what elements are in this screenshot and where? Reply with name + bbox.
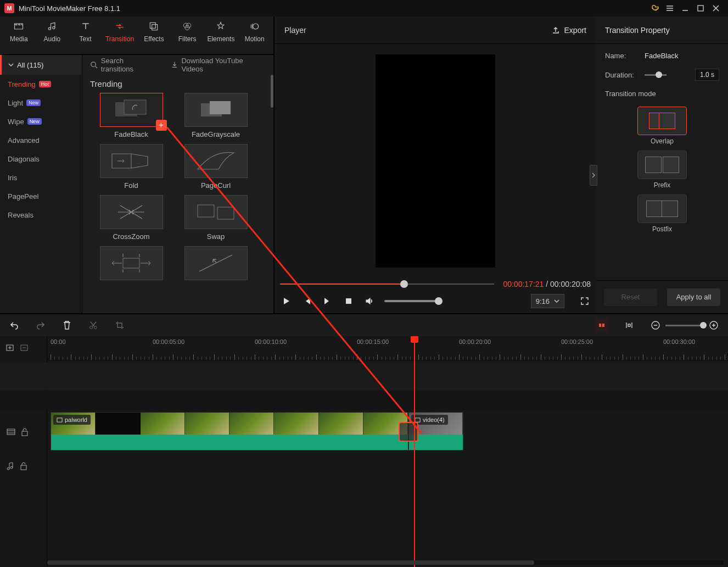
category-all[interactable]: All (115) [0,55,82,75]
category-wipe[interactable]: Wipe New [0,112,82,131]
zoom-out-button[interactable] [650,320,661,331]
maximize-button[interactable] [693,1,708,16]
timeline-scrollbar[interactable] [47,560,724,565]
category-pagepeel[interactable]: PagePeel [0,187,82,205]
ribbon-label: Text [80,35,92,43]
expand-tab[interactable] [590,165,597,186]
mode-postfix[interactable] [637,194,687,223]
unlock-icon[interactable] [21,427,29,436]
volume-slider[interactable] [384,300,439,302]
aspect-ratio-select[interactable]: 9:16 [531,294,564,308]
empty-track[interactable] [0,391,728,410]
search-transitions[interactable]: Search transitions [90,57,158,73]
ribbon-effects[interactable]: Effects [141,21,167,54]
thumb-label: Swap [207,232,225,241]
ribbon-motion[interactable]: Motion [241,21,268,54]
transition-item[interactable] [175,246,257,284]
category-diagonals[interactable]: Diagonals [0,149,82,168]
svg-rect-13 [198,205,214,217]
export-button[interactable]: Export [551,26,586,35]
scrub-bar[interactable]: 00:00:17:21 / 00:00:20:08 [280,278,591,290]
menu-icon[interactable] [662,1,677,16]
remove-track-button[interactable] [20,343,30,353]
svg-point-7 [253,24,258,29]
category-label: Iris [8,174,17,182]
next-frame-button[interactable] [322,295,334,307]
scrollbar[interactable] [271,75,273,108]
category-trending[interactable]: Trending Hot [0,75,82,93]
timeline-ruler[interactable]: 00:0000:00:05:0000:00:10:0000:00:15:0000… [47,336,728,360]
fullscreen-button[interactable] [579,295,591,307]
ribbon-transition[interactable]: Transition [105,21,134,54]
svg-rect-28 [415,418,420,421]
ribbon-text[interactable]: Text [72,21,99,54]
transition-fadeblack[interactable]: + FadeBlack [90,93,172,138]
ribbon-filters[interactable]: Filters [174,21,201,54]
svg-rect-10 [124,100,146,114]
transition-marker[interactable] [399,422,418,442]
prev-frame-button[interactable] [301,295,313,307]
ribbon-label: Filters [178,35,197,43]
transition-crosszoom[interactable]: CrossZoom [90,195,172,241]
transition-fold[interactable]: Fold [90,144,172,190]
ribbon-audio[interactable]: Audio [39,21,66,54]
category-all-label: All (115) [17,61,43,69]
mode-prefix[interactable] [637,151,687,179]
add-transition-button[interactable]: + [156,120,167,131]
stop-button[interactable] [343,295,355,307]
category-label: Trending [8,80,36,88]
thumb-label: PageCurl [201,181,231,190]
transition-item[interactable] [90,246,172,284]
minimize-button[interactable] [677,1,693,16]
thumb-label: Fold [124,181,138,190]
timeline-toolbar [0,313,728,336]
transition-pagecurl[interactable]: PageCurl [175,144,257,190]
player-canvas[interactable] [376,54,495,268]
autofit-button[interactable] [624,320,635,331]
activate-icon[interactable] [647,1,662,16]
add-track-button[interactable] [5,343,15,353]
category-iris[interactable]: Iris [0,168,82,187]
volume-knob[interactable] [435,297,443,305]
svg-rect-12 [210,101,231,114]
timeline[interactable]: 00:0000:00:05:0000:00:10:0000:00:15:0000… [0,336,728,567]
download-icon [171,61,178,69]
transition-swap[interactable]: Swap [175,195,257,241]
scrub-knob[interactable] [400,280,408,288]
delete-button[interactable] [61,320,72,331]
duration-input[interactable]: 1.0 s [695,69,719,81]
transition-fadegrayscale[interactable]: FadeGrayscale [175,93,257,138]
playhead[interactable] [414,336,415,567]
thumb-label: CrossZoom [113,232,149,241]
category-label: Reveals [8,211,33,219]
zoom-knob[interactable] [700,322,707,329]
reset-button[interactable]: Reset [604,288,657,306]
ribbon-media[interactable]: Media [5,21,32,54]
audio-track[interactable] [0,455,728,477]
clip-palworld[interactable]: palworld [51,412,408,451]
close-button[interactable] [708,1,724,16]
zoom-in-button[interactable] [708,320,719,331]
redo-button[interactable] [35,320,46,331]
category-advanced[interactable]: Advanced [0,131,82,149]
video-track[interactable]: palworld video(4) [0,411,728,453]
category-reveals[interactable]: Reveals [0,205,82,224]
apply-all-button[interactable]: Apply to all [667,288,720,306]
ribbon-elements[interactable]: Elements [207,21,234,54]
category-light[interactable]: Light New [0,93,82,112]
zoom-slider[interactable] [665,325,704,326]
play-button[interactable] [280,295,292,307]
mode-overlap[interactable] [637,107,687,135]
download-youtube[interactable]: Download YouTube Videos [171,57,266,73]
category-label: Diagonals [8,155,40,163]
volume-button[interactable] [363,295,376,307]
empty-track[interactable] [0,363,728,390]
undo-button[interactable] [9,320,20,331]
unlock-icon[interactable] [20,462,27,470]
crop-button[interactable] [114,320,125,331]
svg-rect-16 [346,298,351,304]
duration-knob[interactable] [656,71,662,78]
magnet-button[interactable] [595,319,608,332]
duration-slider[interactable] [645,74,667,76]
split-button[interactable] [88,320,99,331]
